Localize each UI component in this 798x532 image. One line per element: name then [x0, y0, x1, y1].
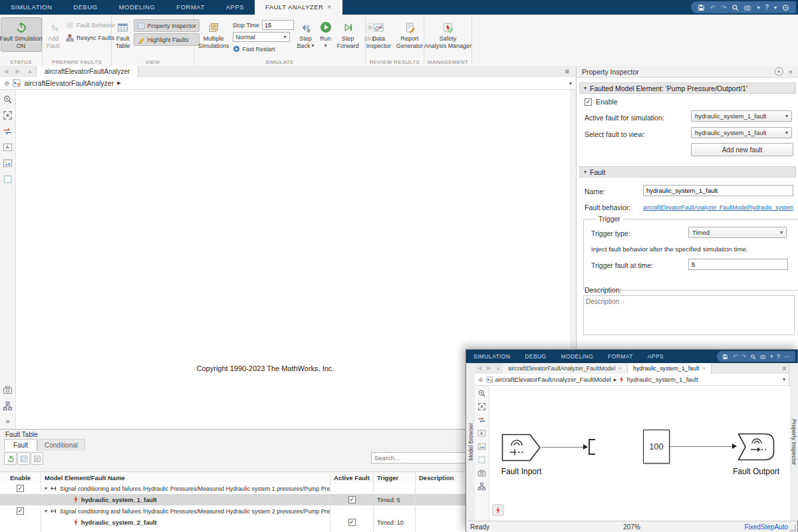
section-fault[interactable]: ▾ Fault: [579, 166, 796, 178]
tab-fault[interactable]: Fault: [4, 439, 37, 451]
screenshot-icon[interactable]: [760, 354, 766, 360]
close-icon[interactable]: ×: [789, 68, 793, 76]
close-icon[interactable]: ×: [618, 363, 622, 374]
active-fault-checkbox[interactable]: ✓: [348, 519, 356, 526]
run-button[interactable]: Run ▾: [318, 17, 334, 51]
active-fault-checkbox[interactable]: ✓: [348, 496, 356, 503]
simulation-mode-select[interactable]: Normal ▾: [233, 32, 290, 42]
add-new-fault-button[interactable]: Add new fault: [691, 143, 793, 156]
tab-debug[interactable]: DEBUG: [63, 0, 108, 15]
highlight-faults-toggle[interactable]: Highlight Faults: [134, 33, 200, 46]
chevron-down-icon[interactable]: ▾: [783, 376, 785, 382]
description-textarea[interactable]: [583, 295, 795, 335]
search-input[interactable]: [371, 452, 467, 464]
property-inspector-toggle[interactable]: Property Inspector: [134, 19, 200, 32]
table-row-selected[interactable]: hydraulic_system_1_fault ✓ Timed: 5: [0, 494, 466, 506]
trigger-time-input[interactable]: [688, 259, 788, 270]
tab-fault-analyzer[interactable]: FAULT ANALYZER ×: [255, 0, 342, 15]
section-faulted-element[interactable]: ▾ Faulted Model Element: 'Pump Pressure/…: [579, 82, 796, 94]
collapse-icon[interactable]: ▾: [45, 508, 47, 514]
nav-forward-icon[interactable]: ▶: [484, 363, 493, 374]
fit-to-view-icon[interactable]: [477, 402, 486, 411]
tab-debug[interactable]: DEBUG: [517, 350, 553, 363]
expand-icon[interactable]: ⊕: [4, 80, 9, 87]
image-icon[interactable]: [3, 158, 13, 168]
help-icon[interactable]: ?: [777, 353, 780, 360]
collapse-icon[interactable]: ▾: [775, 67, 783, 76]
redo-icon[interactable]: ↷: [741, 353, 747, 360]
col-header-trigger[interactable]: Trigger: [374, 472, 416, 483]
trigger-type-select[interactable]: Timed ▾: [688, 227, 787, 238]
table-row[interactable]: hydraulic_system_2_fault ✓ Timed: 10: [0, 517, 466, 529]
fault-model-canvas[interactable]: Fault Inport 100 Fault Outport: [489, 386, 790, 521]
tab-format[interactable]: FORMAT: [600, 350, 640, 363]
expand-icon[interactable]: ⊕: [478, 376, 483, 383]
chevron-down-icon[interactable]: ▾: [774, 5, 777, 11]
enable-checkbox[interactable]: ✓: [585, 98, 592, 106]
expand-toolbar-icon[interactable]: »: [5, 417, 9, 429]
fault-outport-block[interactable]: [737, 433, 775, 461]
col-header-description[interactable]: Description: [416, 472, 466, 483]
nav-up-icon[interactable]: ▲: [493, 363, 503, 374]
nav-up-icon[interactable]: ▲: [24, 66, 36, 77]
step-forward-button[interactable]: Step Forward: [335, 17, 361, 52]
step-back-button[interactable]: Step Back▾: [295, 17, 317, 52]
nav-forward-icon[interactable]: ▶: [12, 66, 24, 77]
model-browser-icon[interactable]: [477, 482, 486, 491]
search-icon[interactable]: [732, 4, 739, 11]
collapse-icon[interactable]: ▾: [45, 485, 47, 491]
fault-table-button[interactable]: Fault Table: [114, 17, 132, 52]
table-row[interactable]: ✓ ▾ Signal conditioning and failures /Hy…: [0, 483, 466, 495]
fast-restart-toggle[interactable]: Fast Restart: [233, 43, 294, 55]
show-inspector-button[interactable]: [17, 452, 30, 465]
col-header-active[interactable]: Active Fault: [331, 472, 374, 483]
undo-icon[interactable]: ↶: [732, 353, 737, 360]
select-fault-select[interactable]: hydraulic_system_1_fault ▾: [691, 127, 792, 138]
close-icon[interactable]: ×: [702, 363, 706, 374]
enable-checkbox[interactable]: ✓: [17, 485, 24, 492]
undo-icon[interactable]: ↶: [710, 4, 716, 11]
chevron-down-icon[interactable]: ▾: [757, 5, 759, 11]
area-icon[interactable]: [3, 174, 13, 184]
tab-modeling[interactable]: MODELING: [108, 0, 166, 15]
fault-inport-block[interactable]: [501, 434, 541, 462]
camera-icon[interactable]: [477, 469, 486, 477]
tab-simulation[interactable]: SIMULATION: [466, 350, 517, 363]
menu-icon[interactable]: ≡: [565, 66, 569, 77]
redo-icon[interactable]: ↷: [721, 4, 726, 11]
tab-apps[interactable]: APPS: [640, 350, 671, 363]
add-fault-button[interactable]: Add Fault: [45, 17, 62, 52]
fault-name-input[interactable]: [643, 185, 793, 196]
active-fault-select[interactable]: hydraulic_system_1_fault ▾: [691, 110, 792, 122]
status-solver[interactable]: FixedStepAuto: [744, 523, 788, 531]
breadcrumb-model[interactable]: aircraftElevatorFaultAnalyzer_FaultModel: [495, 376, 611, 383]
fit-to-view-icon[interactable]: [3, 110, 13, 120]
menu-icon[interactable]: ≡: [783, 363, 789, 374]
document-tab-model[interactable]: aircraftElevatorFaultAnalyzer_FaultModel…: [503, 363, 628, 374]
table-row[interactable]: ✓ ▾ Signal conditioning and failures /Hy…: [0, 505, 466, 517]
tab-apps[interactable]: APPS: [215, 0, 255, 15]
enable-checkbox[interactable]: ✓: [17, 507, 24, 515]
details-button[interactable]: [31, 452, 43, 465]
signal-routing-icon[interactable]: [3, 126, 13, 136]
camera-icon[interactable]: [3, 385, 13, 395]
terminator-block[interactable]: [589, 439, 595, 455]
tab-modeling[interactable]: MODELING: [554, 350, 601, 363]
tab-format[interactable]: FORMAT: [166, 0, 215, 15]
area-icon[interactable]: [477, 456, 486, 464]
breadcrumb-fault[interactable]: hydraulic_system_1_fault: [626, 376, 698, 383]
fault-simulation-toggle[interactable]: Fault Simulation ON: [1, 17, 42, 52]
model-browser-icon[interactable]: [3, 401, 13, 411]
col-header-enable[interactable]: Enable: [0, 472, 41, 483]
zoom-icon[interactable]: [3, 94, 13, 104]
image-icon[interactable]: [477, 442, 486, 451]
zoom-icon[interactable]: [477, 389, 486, 398]
document-tab-fault[interactable]: hydraulic_system_1_fault ×: [628, 363, 712, 374]
data-inspector-button[interactable]: Data Inspector: [364, 17, 393, 52]
nav-back-icon[interactable]: ◀: [0, 66, 12, 77]
search-icon[interactable]: [750, 354, 756, 360]
help-icon[interactable]: ?: [765, 4, 769, 11]
annotation-icon[interactable]: [477, 429, 486, 438]
safety-analysis-manager-button[interactable]: Safety Analysis Manager: [424, 17, 472, 52]
document-tab[interactable]: aircraftElevatorFaultAnalyzer: [36, 66, 138, 77]
